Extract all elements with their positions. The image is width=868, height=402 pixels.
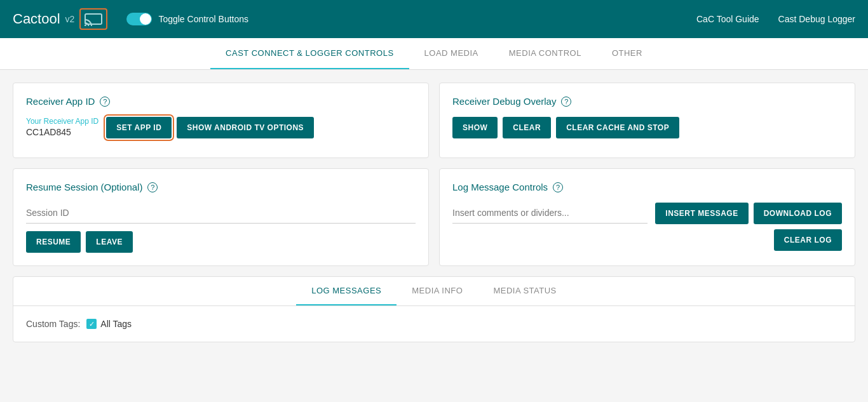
tab-load-media[interactable]: LOAD MEDIA [409, 38, 494, 69]
toggle-control-buttons-switch[interactable] [126, 13, 152, 25]
leave-button[interactable]: LEAVE [86, 231, 133, 253]
all-tags-label: All Tags [100, 319, 132, 329]
receiver-debug-overlay-buttons: SHOW CLEAR CLEAR CACHE AND STOP [452, 117, 842, 138]
receiver-app-id-buttons: SET APP ID SHOW ANDROID TV OPTIONS [106, 117, 314, 138]
resume-session-card: Resume Session (Optional) ? RESUME LEAVE [13, 168, 429, 266]
bottom-tabs: LOG MESSAGES MEDIA INFO MEDIA STATUS [13, 277, 855, 306]
receiver-input-value: CC1AD845 [26, 127, 98, 137]
all-tags-checkbox-wrapper[interactable]: ✓ All Tags [86, 319, 132, 329]
receiver-input-group: Your Receiver App ID CC1AD845 [26, 117, 98, 145]
log-msg-row2: CLEAR LOG [774, 229, 842, 251]
custom-tags-label: Custom Tags: [26, 319, 80, 329]
log-msg-input-wrap [452, 203, 648, 231]
receiver-app-id-help-icon[interactable]: ? [100, 97, 110, 107]
clear-debug-overlay-button[interactable]: CLEAR [503, 117, 551, 138]
resume-session-buttons: RESUME LEAVE [26, 231, 416, 253]
all-tags-checkbox[interactable]: ✓ [86, 319, 97, 329]
app-header: Cactool v2 Toggle Control Buttons CaC To… [0, 0, 868, 38]
receiver-debug-overlay-card: Receiver Debug Overlay ? SHOW CLEAR CLEA… [439, 83, 855, 158]
download-log-button[interactable]: DOWNLOAD LOG [754, 203, 842, 224]
receiver-input-section: Your Receiver App ID CC1AD845 SET APP ID… [26, 117, 416, 145]
resume-session-title: Resume Session (Optional) ? [26, 182, 416, 192]
svg-point-1 [85, 25, 86, 26]
toggle-knob [140, 13, 151, 25]
show-android-tv-options-button[interactable]: SHOW ANDROID TV OPTIONS [177, 117, 314, 138]
log-message-controls-title: Log Message Controls ? [452, 182, 842, 192]
resume-session-help-icon[interactable]: ? [147, 182, 158, 192]
session-id-input[interactable] [26, 203, 416, 224]
header-nav: CaC Tool Guide Cast Debug Logger [696, 14, 855, 24]
clear-log-button[interactable]: CLEAR LOG [774, 229, 842, 251]
custom-tags-row: Custom Tags: ✓ All Tags [26, 319, 842, 329]
log-msg-row1: INSERT MESSAGE DOWNLOAD LOG [655, 203, 842, 224]
tab-media-status[interactable]: MEDIA STATUS [478, 277, 571, 305]
log-message-controls-card: Log Message Controls ? INSERT MESSAGE DO… [439, 168, 855, 266]
set-app-id-button[interactable]: SET APP ID [106, 117, 172, 138]
receiver-app-id-card: Receiver App ID ? Your Receiver App ID C… [13, 83, 429, 158]
bottom-section: LOG MESSAGES MEDIA INFO MEDIA STATUS Cus… [13, 276, 855, 342]
logo-version: v2 [65, 14, 75, 24]
toggle-label: Toggle Control Buttons [158, 14, 248, 24]
svg-rect-0 [85, 14, 102, 24]
main-content: Receiver App ID ? Your Receiver App ID C… [0, 70, 868, 355]
toggle-section: Toggle Control Buttons [126, 13, 248, 25]
receiver-input-label: Your Receiver App ID [26, 117, 98, 126]
logo-text: Cactool [13, 11, 60, 27]
tab-log-messages[interactable]: LOG MESSAGES [296, 277, 397, 305]
insert-message-button[interactable]: INSERT MESSAGE [655, 203, 748, 224]
tab-media-control[interactable]: MEDIA CONTROL [494, 38, 597, 69]
logo-section: Cactool v2 [13, 8, 107, 30]
receiver-app-id-title: Receiver App ID ? [26, 96, 416, 107]
show-debug-overlay-button[interactable]: SHOW [452, 117, 498, 138]
cast-icon [85, 12, 102, 26]
log-message-controls-help-icon[interactable]: ? [553, 182, 563, 192]
main-tabs: CAST CONNECT & LOGGER CONTROLS LOAD MEDI… [0, 38, 868, 70]
log-message-input[interactable] [452, 203, 648, 224]
cards-grid: Receiver App ID ? Your Receiver App ID C… [13, 83, 855, 266]
resume-button[interactable]: RESUME [26, 231, 81, 253]
receiver-debug-overlay-title: Receiver Debug Overlay ? [452, 96, 842, 107]
tab-cast-connect[interactable]: CAST CONNECT & LOGGER CONTROLS [210, 38, 409, 69]
log-msg-btns-wrap: INSERT MESSAGE DOWNLOAD LOG CLEAR LOG [655, 203, 842, 251]
cast-debug-logger-link[interactable]: Cast Debug Logger [778, 14, 855, 24]
tab-other[interactable]: OTHER [597, 38, 658, 69]
log-msg-layout: INSERT MESSAGE DOWNLOAD LOG CLEAR LOG [452, 203, 842, 251]
tab-media-info[interactable]: MEDIA INFO [397, 277, 478, 305]
receiver-debug-overlay-help-icon[interactable]: ? [561, 97, 571, 107]
clear-cache-and-stop-button[interactable]: CLEAR CACHE AND STOP [556, 117, 679, 138]
cast-icon-button[interactable] [79, 8, 107, 30]
cac-tool-guide-link[interactable]: CaC Tool Guide [696, 14, 759, 24]
bottom-content: Custom Tags: ✓ All Tags [13, 306, 855, 342]
